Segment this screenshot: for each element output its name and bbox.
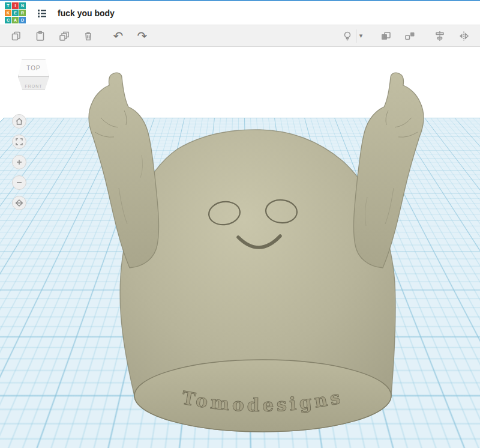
view-controls: [12, 114, 26, 210]
logo-tile: I: [12, 2, 19, 9]
logo-tile: T: [5, 2, 11, 9]
align-button[interactable]: [430, 28, 450, 44]
list-icon: [35, 7, 49, 20]
minus-icon: [15, 178, 23, 187]
home-view-button[interactable]: [12, 114, 26, 129]
view-cube[interactable]: TOP FRONT: [18, 59, 49, 90]
show-all-split-button: ▾: [338, 27, 366, 45]
lightbulb-icon: [341, 30, 353, 42]
undo-icon: ↶: [113, 30, 124, 42]
align-icon: [434, 30, 446, 42]
viewport-canvas[interactable]: Tomodesigns TOP FRONT: [0, 47, 480, 448]
ungroup-icon: [404, 30, 416, 42]
model-scene: Tomodesigns: [0, 47, 480, 448]
perspective-toggle-button[interactable]: [12, 196, 26, 210]
group-icon: [380, 30, 392, 42]
logo-tile: E: [12, 10, 19, 16]
ungroup-button[interactable]: [400, 28, 420, 44]
redo-icon: ↷: [137, 30, 148, 42]
fit-view-button[interactable]: [12, 135, 26, 149]
right-arm-shape: [353, 73, 423, 268]
logo-tile: C: [5, 17, 11, 23]
tinkercad-logo[interactable]: T I N K E R C A D: [5, 2, 26, 23]
mirror-icon: [458, 30, 470, 42]
model-body[interactable]: Tomodesigns: [89, 73, 424, 432]
plus-icon: [15, 158, 23, 166]
tinkercad-app: T I N K E R C A D fuck you body: [0, 0, 480, 448]
view-cube-top-face[interactable]: TOP: [18, 59, 49, 77]
undo-button[interactable]: ↶: [108, 28, 128, 44]
paste-icon: [34, 30, 46, 42]
edit-tool-group: ↶ ↷: [6, 28, 152, 44]
mirror-button[interactable]: [454, 28, 474, 44]
logo-tile: A: [12, 17, 19, 23]
trash-icon: [82, 30, 94, 42]
show-all-button[interactable]: [339, 28, 356, 44]
left-arm-shape: [89, 73, 158, 268]
logo-tile: R: [19, 10, 26, 16]
zoom-out-button[interactable]: [12, 175, 26, 190]
view-cube-front-face[interactable]: FRONT: [18, 77, 49, 90]
show-all-dropdown-button[interactable]: ▾: [356, 29, 365, 43]
design-menu-button[interactable]: [34, 5, 50, 21]
zoom-in-button[interactable]: [12, 155, 26, 169]
paste-button[interactable]: [30, 28, 50, 44]
redo-button[interactable]: ↷: [132, 28, 152, 44]
toolbar: ↶ ↷ ▾: [0, 25, 480, 47]
copy-button[interactable]: [6, 28, 26, 44]
logo-tile: K: [5, 10, 11, 16]
design-title: fuck you body: [58, 8, 115, 18]
delete-button[interactable]: [78, 28, 98, 44]
logo-tile: N: [19, 2, 26, 9]
object-tool-group: ▾: [338, 27, 474, 45]
duplicate-icon: [58, 30, 70, 42]
chevron-down-icon: ▾: [359, 32, 363, 40]
logo-tile: D: [19, 17, 26, 23]
fit-view-icon: [15, 138, 23, 146]
header: T I N K E R C A D fuck you body: [0, 1, 480, 25]
duplicate-button[interactable]: [54, 28, 74, 44]
perspective-icon: [15, 199, 23, 207]
home-icon: [15, 117, 23, 126]
copy-icon: [10, 30, 22, 42]
group-button[interactable]: [376, 28, 396, 44]
